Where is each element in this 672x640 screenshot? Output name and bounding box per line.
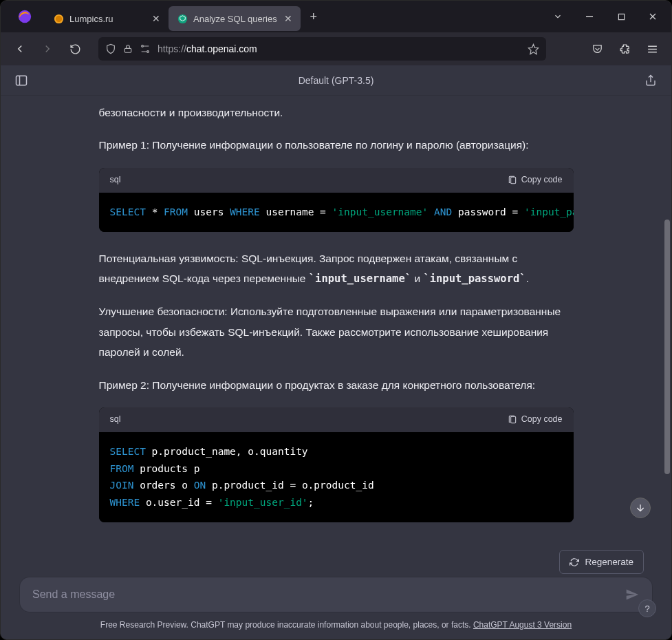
nav-bar: https://chat.openai.com bbox=[1, 32, 671, 65]
svg-point-10 bbox=[147, 51, 149, 53]
model-label: Default (GPT-3.5) bbox=[299, 75, 374, 86]
favicon-lumpics bbox=[53, 13, 64, 24]
version-link[interactable]: ChatGPT August 3 Version bbox=[473, 620, 572, 630]
code-header: sql Copy code bbox=[99, 407, 574, 432]
code-body: SELECT * FROM users WHERE username = 'in… bbox=[99, 193, 574, 232]
forward-button[interactable] bbox=[36, 38, 58, 60]
close-icon[interactable]: ✕ bbox=[151, 13, 162, 24]
scrollbar[interactable] bbox=[663, 96, 671, 639]
favicon-openai bbox=[177, 13, 188, 24]
reload-button[interactable] bbox=[64, 38, 86, 60]
extensions-icon[interactable] bbox=[614, 38, 636, 60]
clipboard-icon bbox=[508, 415, 517, 425]
tabs-dropdown-button[interactable] bbox=[542, 1, 574, 32]
code-header: sql Copy code bbox=[99, 168, 574, 193]
permissions-icon bbox=[140, 43, 151, 54]
tab-label: Analyze SQL queries bbox=[193, 14, 277, 24]
message-input-box[interactable] bbox=[20, 577, 652, 612]
text-line: Улучшение безопасности: Используйте подг… bbox=[99, 301, 574, 362]
footer-note: Free Research Preview. ChatGPT may produ… bbox=[20, 612, 652, 634]
svg-point-9 bbox=[142, 45, 144, 47]
window-controls bbox=[574, 1, 669, 32]
svg-rect-5 bbox=[618, 14, 624, 19]
svg-rect-21 bbox=[510, 416, 515, 423]
copy-code-button[interactable]: Copy code bbox=[508, 412, 563, 428]
sidebar-toggle-icon[interactable] bbox=[12, 71, 31, 90]
code-body: SELECT p.product_name, o.quantity FROM p… bbox=[99, 432, 574, 522]
regenerate-button[interactable]: Regenerate bbox=[559, 550, 644, 574]
tab-analyze-sql[interactable]: Analyze SQL queries ✕ bbox=[169, 6, 301, 31]
svg-rect-8 bbox=[124, 48, 131, 52]
close-window-button[interactable] bbox=[637, 1, 669, 32]
svg-marker-13 bbox=[528, 44, 538, 54]
svg-point-2 bbox=[55, 15, 61, 21]
back-button[interactable] bbox=[9, 38, 31, 60]
clipboard-icon bbox=[508, 175, 517, 185]
menu-icon[interactable] bbox=[641, 38, 663, 60]
firefox-icon bbox=[14, 6, 35, 27]
inline-code: `input_password` bbox=[423, 273, 525, 285]
url-bar[interactable]: https://chat.openai.com bbox=[98, 37, 546, 61]
browser-window: Lumpics.ru ✕ Analyze SQL queries ✕ + bbox=[0, 0, 672, 640]
shield-icon bbox=[105, 43, 116, 54]
code-block-2: sql Copy code SELECT p.product_name, o.q… bbox=[99, 407, 574, 522]
tab-lumpics[interactable]: Lumpics.ru ✕ bbox=[45, 6, 169, 31]
minimize-button[interactable] bbox=[574, 1, 605, 32]
maximize-button[interactable] bbox=[605, 1, 637, 32]
text-line: Потенциальная уязвимость: SQL-инъекция. … bbox=[99, 248, 574, 290]
text-line: Пример 2: Получение информации о продукт… bbox=[99, 375, 574, 395]
tab-label: Lumpics.ru bbox=[69, 14, 145, 24]
pocket-icon[interactable] bbox=[586, 38, 608, 60]
code-lang: sql bbox=[110, 412, 121, 428]
message-input[interactable] bbox=[32, 588, 616, 601]
bookmark-icon[interactable] bbox=[528, 43, 539, 55]
app-content: Default (GPT-3.5) безопасности и произво… bbox=[1, 65, 671, 639]
tab-strip: Lumpics.ru ✕ Analyze SQL queries ✕ + bbox=[45, 1, 542, 32]
svg-rect-17 bbox=[17, 76, 27, 85]
url-text: https://chat.openai.com bbox=[158, 43, 521, 54]
new-tab-button[interactable]: + bbox=[303, 6, 324, 27]
message-body: безопасности и производительности. Приме… bbox=[99, 96, 574, 522]
refresh-icon bbox=[570, 557, 579, 567]
input-area: Regenerate Free Research Preview. ChatGP… bbox=[1, 570, 671, 639]
inline-code: `input_username` bbox=[309, 273, 411, 285]
code-lang: sql bbox=[110, 172, 121, 189]
text-line: безопасности и производительности. bbox=[99, 103, 574, 122]
scrollbar-thumb[interactable] bbox=[664, 220, 670, 474]
help-button[interactable]: ? bbox=[638, 599, 656, 617]
close-icon[interactable]: ✕ bbox=[283, 13, 294, 24]
copy-code-button[interactable]: Copy code bbox=[508, 172, 563, 189]
svg-rect-20 bbox=[510, 177, 515, 183]
title-bar: Lumpics.ru ✕ Analyze SQL queries ✕ + bbox=[1, 1, 671, 32]
lock-icon bbox=[123, 44, 133, 54]
scroll-down-button[interactable] bbox=[630, 498, 651, 518]
code-block-1: sql Copy code SELECT * FROM users WHERE … bbox=[99, 168, 574, 232]
send-button[interactable] bbox=[622, 584, 642, 605]
share-icon[interactable] bbox=[641, 71, 660, 90]
app-header: Default (GPT-3.5) bbox=[1, 65, 671, 96]
text-line: Пример 1: Получение информации о пользов… bbox=[99, 135, 574, 155]
